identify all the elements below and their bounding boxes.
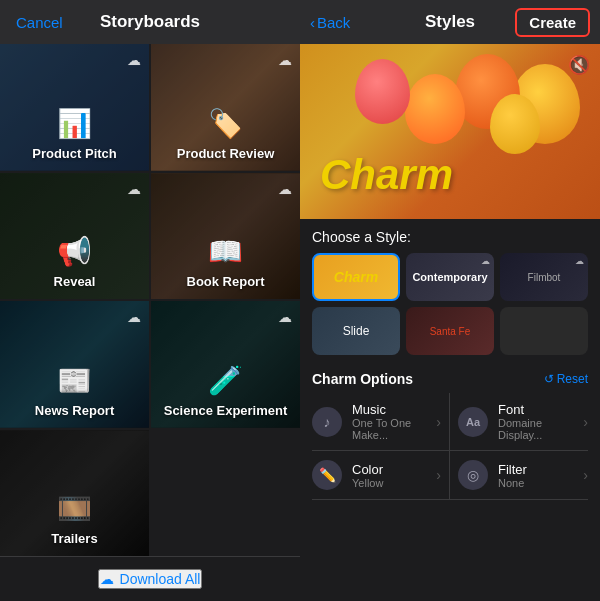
right-header: ‹ Back Styles Create bbox=[300, 0, 600, 44]
left-header: Cancel Storyboards bbox=[0, 0, 300, 44]
color-icon: ✏️ bbox=[312, 460, 342, 490]
science-label: Science Experiment bbox=[164, 403, 288, 418]
filter-value: None bbox=[498, 477, 583, 489]
download-icon: ☁ bbox=[100, 571, 114, 587]
choose-style-label: Choose a Style: bbox=[312, 229, 588, 245]
color-value: Yellow bbox=[352, 477, 436, 489]
color-name: Color bbox=[352, 462, 436, 477]
download-all-button[interactable]: ☁ Download All bbox=[98, 569, 203, 589]
product-review-icon: 🏷️ bbox=[208, 107, 243, 140]
chevron-right-icon: › bbox=[583, 414, 588, 430]
download-label: Download All bbox=[120, 571, 201, 587]
options-header: Charm Options ↺ Reset bbox=[312, 371, 588, 387]
color-option[interactable]: ✏️ Color Yellow › bbox=[312, 451, 450, 500]
grid-item-reveal[interactable]: ☁ 📢 Reveal bbox=[0, 173, 149, 300]
book-report-label: Book Report bbox=[187, 274, 265, 289]
grid-item-product-pitch[interactable]: ☁ 📊 Product Pitch bbox=[0, 44, 149, 171]
cloud-icon: ☁ bbox=[127, 309, 141, 325]
cancel-button[interactable]: Cancel bbox=[16, 14, 63, 31]
filter-option[interactable]: ◎ Filter None › bbox=[450, 451, 588, 500]
cloud-icon: ☁ bbox=[278, 52, 292, 68]
product-pitch-label: Product Pitch bbox=[32, 146, 117, 161]
chevron-right-icon: › bbox=[583, 467, 588, 483]
contemporary-style-label: Contemporary bbox=[412, 271, 487, 283]
download-bar: ☁ Download All bbox=[0, 556, 300, 601]
styles-grid: Charm ☁ Contemporary ☁ Filmbot Slide San… bbox=[312, 253, 588, 355]
science-icon: 🧪 bbox=[208, 364, 243, 397]
cloud-icon: ☁ bbox=[575, 256, 584, 266]
news-report-icon: 📰 bbox=[57, 364, 92, 397]
charm-options-section: Charm Options ↺ Reset ♪ Music One To One… bbox=[300, 365, 600, 601]
chevron-right-icon: › bbox=[436, 467, 441, 483]
music-value: One To One Make... bbox=[352, 417, 436, 441]
cloud-icon: ☁ bbox=[278, 309, 292, 325]
font-value: Domaine Display... bbox=[498, 417, 583, 441]
back-button[interactable]: ‹ Back bbox=[310, 14, 350, 31]
preview-title: Charm bbox=[320, 151, 453, 199]
options-row-music-font: ♪ Music One To One Make... › Aa Font Dom… bbox=[312, 393, 588, 451]
news-report-label: News Report bbox=[35, 403, 114, 418]
grid-item-news-report[interactable]: ☁ 📰 News Report bbox=[0, 301, 149, 428]
product-review-label: Product Review bbox=[177, 146, 275, 161]
product-pitch-icon: 📊 bbox=[57, 107, 92, 140]
storyboards-title: Storyboards bbox=[100, 12, 200, 32]
style-slide[interactable]: Slide bbox=[312, 307, 400, 355]
grid-item-science[interactable]: ☁ 🧪 Science Experiment bbox=[151, 301, 300, 428]
cloud-icon: ☁ bbox=[127, 52, 141, 68]
cloud-icon: ☁ bbox=[481, 256, 490, 266]
music-content: Music One To One Make... bbox=[352, 402, 436, 441]
mute-icon[interactable]: 🔇 bbox=[568, 54, 590, 76]
styles-title: Styles bbox=[425, 12, 475, 32]
styles-panel: ‹ Back Styles Create Charm 🔇 Choose a St… bbox=[300, 0, 600, 601]
font-content: Font Domaine Display... bbox=[498, 402, 583, 441]
grid-item-empty bbox=[151, 430, 300, 557]
options-title: Charm Options bbox=[312, 371, 413, 387]
color-content: Color Yellow bbox=[352, 462, 436, 489]
choose-style-section: Choose a Style: Charm ☁ Contemporary ☁ F… bbox=[300, 219, 600, 365]
filter-content: Filter None bbox=[498, 462, 583, 489]
filmbot-style-label: Filmbot bbox=[528, 272, 561, 283]
chevron-left-icon: ‹ bbox=[310, 14, 315, 31]
font-option[interactable]: Aa Font Domaine Display... › bbox=[450, 393, 588, 451]
music-option[interactable]: ♪ Music One To One Make... › bbox=[312, 393, 450, 451]
book-report-icon: 📖 bbox=[208, 235, 243, 268]
grid-item-product-review[interactable]: ☁ 🏷️ Product Review bbox=[151, 44, 300, 171]
style-preview: Charm 🔇 bbox=[300, 44, 600, 219]
sante-style-label: Santa Fe bbox=[430, 326, 471, 337]
font-name: Font bbox=[498, 402, 583, 417]
storyboard-grid: ☁ 📊 Product Pitch ☁ 🏷️ Product Review ☁ … bbox=[0, 44, 300, 556]
filter-name: Filter bbox=[498, 462, 583, 477]
style-filmbot[interactable]: ☁ Filmbot bbox=[500, 253, 588, 301]
music-icon: ♪ bbox=[312, 407, 342, 437]
style-sante[interactable]: Santa Fe bbox=[406, 307, 494, 355]
trailers-label: Trailers bbox=[51, 531, 97, 546]
font-icon: Aa bbox=[458, 407, 488, 437]
cloud-icon: ☁ bbox=[127, 181, 141, 197]
grid-item-trailers[interactable]: 🎞️ Trailers bbox=[0, 430, 149, 557]
back-label: Back bbox=[317, 14, 350, 31]
options-row-color-filter: ✏️ Color Yellow › ◎ Filter None › bbox=[312, 451, 588, 500]
grid-item-book-report[interactable]: ☁ 📖 Book Report bbox=[151, 173, 300, 300]
cloud-icon: ☁ bbox=[278, 181, 292, 197]
reveal-label: Reveal bbox=[54, 274, 96, 289]
style-charm[interactable]: Charm bbox=[312, 253, 400, 301]
chevron-right-icon: › bbox=[436, 414, 441, 430]
trailers-icon: 🎞️ bbox=[57, 492, 92, 525]
create-button[interactable]: Create bbox=[515, 8, 590, 37]
reveal-icon: 📢 bbox=[57, 235, 92, 268]
slide-style-label: Slide bbox=[343, 324, 370, 338]
reset-icon: ↺ bbox=[544, 372, 554, 386]
music-name: Music bbox=[352, 402, 436, 417]
reset-label: Reset bbox=[557, 372, 588, 386]
style-empty[interactable] bbox=[500, 307, 588, 355]
charm-style-label: Charm bbox=[334, 269, 378, 285]
reset-button[interactable]: ↺ Reset bbox=[544, 372, 588, 386]
filter-icon: ◎ bbox=[458, 460, 488, 490]
style-contemporary[interactable]: ☁ Contemporary bbox=[406, 253, 494, 301]
storyboards-panel: Cancel Storyboards ☁ 📊 Product Pitch ☁ 🏷… bbox=[0, 0, 300, 601]
